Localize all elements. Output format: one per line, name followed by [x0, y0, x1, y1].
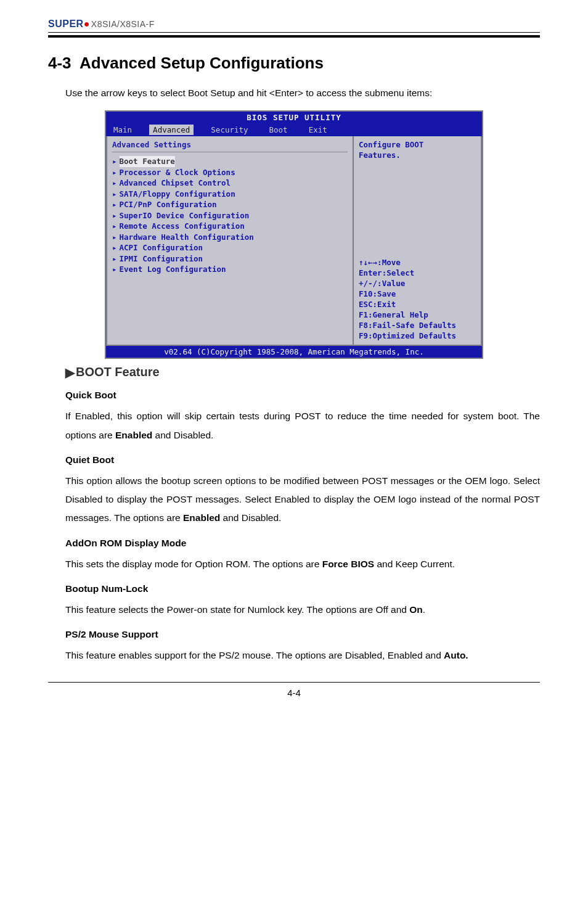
- bios-key-help-line: F8:Fail-Safe Defaults: [359, 321, 476, 331]
- default-option: Auto.: [444, 650, 468, 660]
- triangle-right-icon: ▶: [65, 365, 75, 380]
- bios-key-help-line: ESC:Exit: [359, 300, 476, 310]
- bios-menu-item[interactable]: ▸IPMI Configuration: [112, 253, 348, 265]
- option-description: This sets the display mode for Option RO…: [65, 555, 540, 573]
- bios-tab-boot[interactable]: Boot: [266, 125, 292, 135]
- triangle-right-icon: ▸: [112, 253, 117, 265]
- bios-key-help-line: +/-/:Value: [359, 279, 476, 289]
- triangle-right-icon: ▸: [112, 189, 117, 200]
- option-title: Quick Boot: [65, 390, 540, 401]
- default-option: Force BIOS: [322, 559, 374, 569]
- option-title: Bootup Num-Lock: [65, 583, 540, 594]
- bios-left-panel: Advanced Settings ▸Boot Feature▸Processo…: [106, 136, 354, 346]
- bios-title: BIOS SETUP UTILITY: [106, 112, 482, 123]
- bios-menu-item[interactable]: ▸Advanced Chipset Control: [112, 178, 348, 189]
- bios-menu-item[interactable]: ▸PCI/PnP Configuration: [112, 199, 348, 210]
- bios-tabs: MainAdvancedSecurityBootExit: [106, 123, 482, 136]
- brand-dot-icon: ●: [84, 18, 90, 30]
- bios-menu-item-label: ACPI Configuration: [120, 242, 203, 253]
- section-title: 4-3 Advanced Setup Configurations: [48, 54, 540, 73]
- bios-tab-main[interactable]: Main: [110, 125, 136, 135]
- section-intro: Use the arrow keys to select Boot Setup …: [65, 84, 540, 102]
- bios-right-panel: Configure BOOTFeatures. ↑↓←→:MoveEnter:S…: [354, 136, 482, 346]
- option-description: If Enabled, this option will skip certai…: [65, 407, 540, 444]
- bios-menu-item[interactable]: ▸Remote Access Configuration: [112, 221, 348, 232]
- bios-key-help-line: F10:Save: [359, 289, 476, 300]
- bios-menu-item[interactable]: ▸Event Log Configuration: [112, 264, 348, 275]
- option-title: Quiet Boot: [65, 454, 540, 466]
- bios-menu-item-label: Advanced Chipset Control: [120, 178, 231, 189]
- boot-feature-label: BOOT Feature: [76, 365, 160, 379]
- triangle-right-icon: ▸: [112, 210, 117, 221]
- option-description: This option allows the bootup screen opt…: [65, 472, 540, 528]
- bios-menu-item[interactable]: ▸SuperIO Device Configuration: [112, 210, 348, 221]
- header-rule: [48, 35, 540, 38]
- default-option: Enabled: [115, 430, 152, 440]
- bios-tab-advanced[interactable]: Advanced: [149, 125, 194, 135]
- bios-menu-item-label: PCI/PnP Configuration: [120, 199, 217, 210]
- option-description: This feature selects the Power-on state …: [65, 601, 540, 619]
- bios-menu-item[interactable]: ▸Hardware Health Configuration: [112, 232, 348, 243]
- bios-screenshot: BIOS SETUP UTILITY MainAdvancedSecurityB…: [105, 110, 483, 359]
- bios-menu-item-label: Hardware Health Configuration: [120, 232, 254, 243]
- footer-rule: [48, 682, 540, 683]
- default-option: Enabled: [183, 512, 220, 523]
- option-title: AddOn ROM Display Mode: [65, 538, 540, 549]
- default-option: On: [409, 604, 423, 615]
- bios-tab-exit[interactable]: Exit: [305, 125, 331, 135]
- model: X8SIA/X8SIA-F: [91, 19, 155, 29]
- bios-key-help-line: Enter:Select: [359, 268, 476, 279]
- section-heading: Advanced Setup Configurations: [80, 54, 324, 72]
- bios-key-help-line: F1:General Help: [359, 310, 476, 321]
- bios-menu-item-label: SuperIO Device Configuration: [120, 210, 250, 221]
- bios-menu-item-label: Event Log Configuration: [120, 264, 226, 275]
- bios-key-help-line: F9:Optimized Defaults: [359, 331, 476, 342]
- page-number: 4-4: [48, 688, 540, 698]
- bios-menu-item-label: Boot Feature: [120, 156, 175, 167]
- boot-feature-heading: ▶BOOT Feature: [65, 365, 540, 380]
- page-header: SUPER●X8SIA/X8SIA-F: [48, 18, 540, 33]
- bios-left-heading: Advanced Settings: [112, 140, 348, 149]
- bios-tab-security[interactable]: Security: [207, 125, 251, 135]
- triangle-right-icon: ▸: [112, 264, 117, 275]
- bios-help-line: Features.: [359, 150, 476, 161]
- bios-menu-item[interactable]: ▸ACPI Configuration: [112, 242, 348, 253]
- bios-help-description: Configure BOOTFeatures.: [359, 140, 476, 161]
- bios-key-help: ↑↓←→:MoveEnter:Select+/-/:ValueF10:SaveE…: [359, 258, 476, 341]
- triangle-right-icon: ▸: [112, 221, 117, 232]
- bios-key-help-line: ↑↓←→:Move: [359, 258, 476, 268]
- triangle-right-icon: ▸: [112, 156, 117, 167]
- bios-footer: v02.64 (C)Copyright 1985-2008, American …: [106, 346, 482, 358]
- option-title: PS/2 Mouse Support: [65, 629, 540, 640]
- bios-menu-item-label: Processor & Clock Options: [120, 167, 235, 178]
- triangle-right-icon: ▸: [112, 178, 117, 189]
- bios-menu: ▸Boot Feature▸Processor & Clock Options▸…: [112, 156, 348, 275]
- bios-menu-item-label: IPMI Configuration: [120, 253, 203, 265]
- bios-menu-item-label: Remote Access Configuration: [120, 221, 245, 232]
- triangle-right-icon: ▸: [112, 232, 117, 243]
- brand: SUPER: [48, 18, 84, 30]
- bios-help-line: Configure BOOT: [359, 140, 476, 150]
- triangle-right-icon: ▸: [112, 242, 117, 253]
- section-number: 4-3: [48, 54, 71, 72]
- bios-left-rule: [112, 152, 348, 152]
- option-description: This feature enables support for the PS/…: [65, 646, 540, 665]
- bios-menu-item[interactable]: ▸Processor & Clock Options: [112, 167, 348, 178]
- triangle-right-icon: ▸: [112, 167, 117, 178]
- bios-menu-item[interactable]: ▸Boot Feature: [112, 156, 348, 167]
- bios-menu-item[interactable]: ▸SATA/Floppy Configuration: [112, 189, 348, 200]
- triangle-right-icon: ▸: [112, 199, 117, 210]
- bios-menu-item-label: SATA/Floppy Configuration: [120, 189, 235, 200]
